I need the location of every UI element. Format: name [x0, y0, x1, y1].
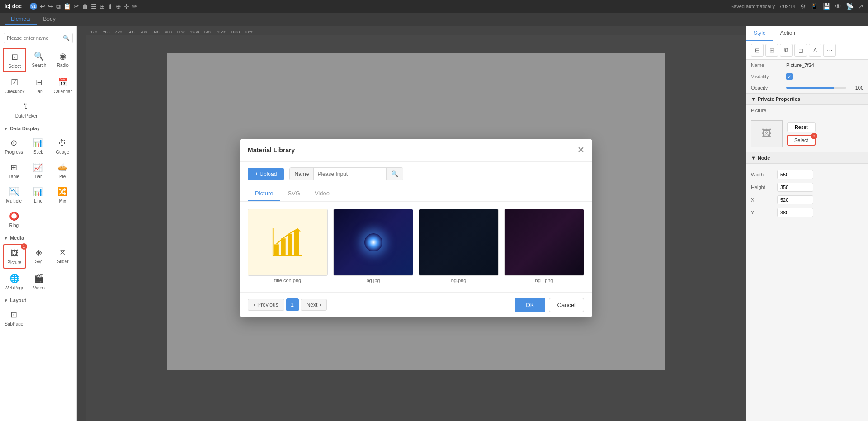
toolbar-icons: 91 ↩ ↪ ⧉ 📋 ✂ 🗑 ☰ ⊞ ⬆ ⊕ ✛ ✏ [30, 3, 137, 10]
mobile-icon[interactable]: 📱 [811, 3, 818, 10]
align-left-icon[interactable]: ⊟ [751, 44, 764, 57]
sidebar-item-subpage[interactable]: ⊡ SubPage [3, 307, 25, 329]
paste-icon[interactable]: 📋 [63, 3, 71, 10]
height-input[interactable] [777, 183, 813, 192]
upload-button[interactable]: + Upload [248, 168, 284, 180]
modal-content: titleIcon.png bg.jpg [240, 202, 592, 292]
border-icon[interactable]: ◻ [794, 44, 807, 57]
modal-tab-picture[interactable]: Picture [248, 186, 280, 201]
x-input[interactable] [777, 195, 813, 204]
sidebar-item-radio[interactable]: ◉ Radio [52, 48, 74, 72]
grid-icon[interactable]: ⊞ [99, 3, 105, 10]
radio-icon: ◉ [56, 51, 70, 61]
move-icon[interactable]: ✛ [124, 3, 129, 10]
sidebar-item-select[interactable]: ⊡ Select [3, 48, 26, 72]
more-icon[interactable]: ⋯ [823, 44, 836, 57]
modal-tab-video[interactable]: Video [307, 186, 337, 201]
select-picture-button[interactable]: Select 2 [787, 135, 816, 146]
save-icon[interactable]: 💾 [823, 3, 830, 10]
previous-button[interactable]: ‹ Previous [248, 299, 284, 311]
notification-badge[interactable]: 91 [30, 3, 37, 10]
visibility-checkbox[interactable]: ✓ [786, 73, 793, 80]
sidebar-item-table[interactable]: ⊞ Table [3, 159, 25, 182]
page-number-1[interactable]: 1 [286, 298, 299, 311]
image-item-2[interactable]: bg.jpg [333, 209, 413, 285]
sidebar-item-multiple[interactable]: 📉 Multiple [3, 184, 25, 206]
sidebar-item-webpage[interactable]: 🌐 WebPage [3, 270, 26, 293]
cancel-button[interactable]: Cancel [549, 298, 584, 312]
search-input[interactable] [7, 35, 63, 41]
next-button[interactable]: Next › [301, 299, 327, 311]
sidebar-item-datepicker[interactable]: 🗓 DatePicker [3, 99, 50, 121]
modal-tab-svg[interactable]: SVG [280, 186, 307, 201]
tab-style[interactable]: Style [746, 26, 773, 41]
sidebar-item-mix[interactable]: 🔀 Mix [51, 184, 74, 206]
image-item-1[interactable]: titleIcon.png [248, 209, 328, 285]
preview-icon[interactable]: 👁 [835, 3, 841, 10]
x-label: X [751, 197, 774, 203]
text-icon[interactable]: A [809, 44, 821, 57]
svg-rect-0 [274, 244, 279, 255]
reset-button[interactable]: Reset [787, 122, 816, 132]
picture-buttons: Reset Select 2 [787, 122, 816, 146]
search-button[interactable]: 🔍 [386, 168, 403, 180]
cut-icon[interactable]: ✂ [74, 3, 79, 10]
sidebar-item-progress[interactable]: ⊙ Progress [3, 135, 25, 157]
sidebar-item-slider[interactable]: ⧖ Slider [52, 244, 74, 269]
tab-body[interactable]: Body [37, 14, 61, 25]
sidebar-item-search[interactable]: 🔍 Search [28, 48, 50, 72]
sidebar-item-guage[interactable]: ⏱ Guage [51, 135, 74, 157]
sidebar-item-calendar[interactable]: 📅 Calendar [52, 74, 74, 97]
bg-png-preview [419, 209, 498, 275]
sidebar-item-checkbox[interactable]: ☑ Checkbox [3, 74, 26, 97]
align-icon[interactable]: ☰ [91, 3, 97, 10]
calendar-label: Calendar [53, 89, 72, 94]
canvas-content: Material Library ✕ + Upload Name 🔍 Pictu… [86, 35, 746, 421]
name-search-input[interactable] [314, 168, 386, 180]
width-input[interactable] [777, 170, 813, 179]
sidebar-item-ring[interactable]: ⭕ Ring [3, 208, 25, 231]
media-arrow-icon: ▼ [4, 236, 8, 241]
visibility-label: Visibility [751, 74, 783, 79]
settings-icon[interactable]: ⚙ [800, 3, 806, 10]
sidebar-item-pie[interactable]: 🥧 Pie [51, 159, 74, 182]
image-item-3[interactable]: bg.png [419, 209, 499, 285]
delete-icon[interactable]: 🗑 [82, 3, 88, 10]
sidebar-item-video[interactable]: 🎬 Video [28, 270, 50, 293]
search-icon[interactable]: 🔍 [63, 35, 70, 41]
layer-icon[interactable]: ⧉ [780, 44, 793, 57]
publish-icon[interactable]: 📡 [846, 3, 854, 10]
webpage-label: WebPage [5, 285, 24, 290]
sidebar-item-tab[interactable]: ⊟ Tab [28, 74, 50, 97]
sidebar-item-svg[interactable]: ◈ Svg [28, 244, 50, 269]
tab-action[interactable]: Action [773, 26, 802, 41]
bg-jpg-preview [334, 209, 413, 275]
sidebar-item-picture[interactable]: 1 🖼 Picture [3, 244, 26, 269]
pen-icon[interactable]: ✏ [132, 3, 137, 10]
sidebar-item-line[interactable]: 📊 Line [27, 184, 50, 206]
align-center-icon[interactable]: ⊞ [765, 44, 778, 57]
share-icon[interactable]: ↗ [858, 3, 863, 10]
sidebar-search-bar[interactable]: 🔍 [4, 33, 73, 43]
video-icon: 🎬 [32, 273, 46, 284]
image-item-4[interactable]: bg1.png [504, 209, 584, 285]
svg-icon: ◈ [32, 247, 46, 258]
sidebar-item-bar[interactable]: 📈 Bar [27, 159, 50, 182]
visibility-property-row: Visibility ✓ [746, 71, 868, 82]
redo-icon[interactable]: ↪ [48, 3, 53, 10]
ok-button[interactable]: OK [515, 298, 545, 312]
zoom-icon[interactable]: ⊕ [116, 3, 121, 10]
modal-actions: OK Cancel [515, 298, 584, 312]
y-input[interactable] [777, 208, 813, 217]
guage-icon: ⏱ [56, 137, 69, 148]
tab-elements[interactable]: Elemets [5, 14, 37, 25]
mix-label: Mix [59, 199, 66, 203]
stick-label: Stick [33, 150, 43, 155]
modal-close-button[interactable]: ✕ [577, 145, 584, 155]
export-icon[interactable]: ⬆ [108, 3, 113, 10]
top-bar-right: Saved automatically 17:09:14 ⚙ 📱 💾 👁 📡 ↗ [731, 3, 863, 10]
opacity-slider[interactable] [786, 87, 846, 89]
undo-icon[interactable]: ↩ [40, 3, 45, 10]
sidebar-item-stick[interactable]: 📊 Stick [27, 135, 50, 157]
copy-icon[interactable]: ⧉ [56, 3, 61, 10]
